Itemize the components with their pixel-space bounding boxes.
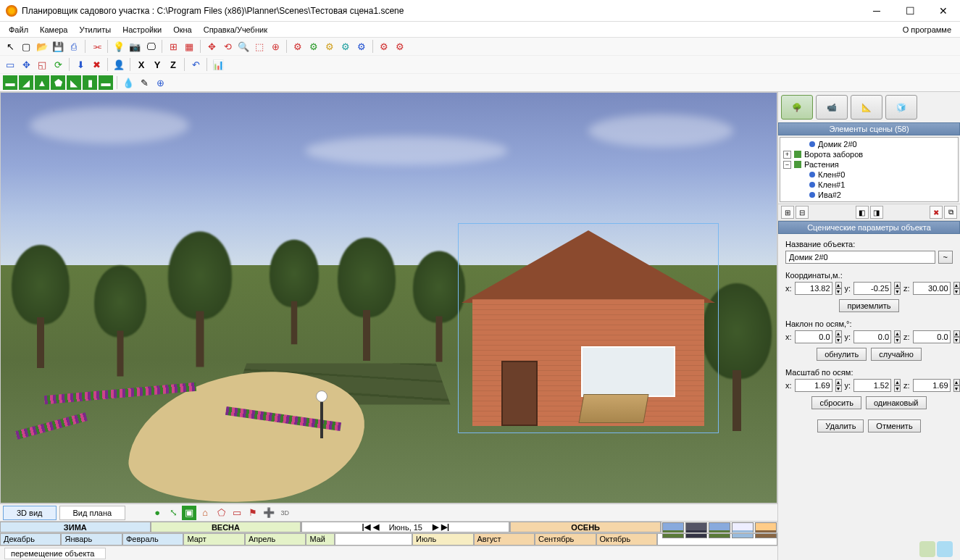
coord-y-input[interactable] [853, 282, 891, 295]
gear-red-icon[interactable]: ⚙ [291, 39, 305, 54]
axis-x-button[interactable]: X [134, 57, 149, 72]
spin-buttons[interactable]: ▲▼ [835, 330, 842, 343]
tilt-y-input[interactable] [853, 330, 891, 343]
coord-x-input[interactable] [795, 282, 832, 295]
vt-flag-icon[interactable]: ⚑ [246, 506, 260, 520]
month-aug[interactable]: Июль [412, 533, 473, 546]
tab-plan-view[interactable]: Вид плана [59, 506, 126, 520]
minimize-button[interactable]: ─ [860, 0, 893, 22]
zoom-icon[interactable]: 🔍 [236, 39, 251, 54]
gear-plus-icon[interactable]: ⚙ [377, 39, 391, 54]
month-nov[interactable]: Октябрь [596, 533, 657, 546]
tree-toggle2-icon[interactable]: ◨ [870, 206, 883, 219]
vt-rect-icon[interactable]: ▭ [230, 506, 244, 520]
rotate-icon[interactable]: ⟲ [220, 39, 235, 54]
open-file-icon[interactable]: 📂 [35, 39, 49, 54]
month-mar[interactable]: Март [183, 533, 244, 546]
new-file-icon[interactable]: ▢ [19, 39, 33, 54]
gear-blue-icon[interactable]: ⚙ [354, 39, 369, 54]
menu-file[interactable]: Файл [3, 24, 34, 35]
vt-plus-icon[interactable]: ➕ [262, 506, 276, 520]
month-prev-icon[interactable]: ◀ [373, 522, 379, 532]
month-jan[interactable]: Январь [61, 533, 122, 546]
spin-buttons[interactable]: ▲▼ [894, 330, 901, 343]
snap-icon[interactable]: ⬇ [73, 57, 88, 72]
grid2-icon[interactable]: ▦ [182, 39, 196, 54]
monitor-icon[interactable]: 🖵 [143, 39, 158, 54]
rect-select-icon[interactable]: ▭ [3, 57, 17, 72]
season-spring[interactable]: ВЕСНА [151, 522, 301, 532]
lightbulb-icon[interactable]: 💡 [112, 39, 126, 54]
undo-icon[interactable]: ↶ [188, 57, 203, 72]
viewport-3d[interactable] [0, 92, 777, 503]
tree-collapse-icon[interactable]: − [783, 161, 791, 169]
menu-windows[interactable]: Окна [167, 24, 198, 35]
reset-tilt-button[interactable]: обнулить [817, 348, 867, 361]
object-name-input[interactable] [785, 251, 935, 264]
gear-teal-icon[interactable]: ⚙ [338, 39, 353, 54]
rotate-tool-icon[interactable]: ⟳ [51, 57, 65, 72]
ground-button[interactable]: приземлить [839, 299, 898, 312]
menu-settings[interactable]: Настройки [117, 24, 167, 35]
cancel-button[interactable]: Отменить [868, 419, 920, 432]
axis-y-button[interactable]: Y [150, 57, 164, 72]
maximize-button[interactable]: ☐ [893, 0, 927, 22]
tree-copy-icon[interactable]: ⧉ [944, 206, 957, 219]
spin-buttons[interactable]: ▲▼ [894, 379, 901, 392]
spin-buttons[interactable]: ▲▼ [835, 282, 842, 295]
random-tilt-button[interactable]: случайно [871, 348, 922, 361]
cursor-tool-icon[interactable]: ↖ [3, 39, 17, 54]
scale-z-input[interactable] [913, 379, 951, 392]
tree-expand-all-icon[interactable]: ⊞ [781, 206, 794, 219]
menu-about[interactable]: О программе [897, 24, 957, 35]
target-icon[interactable]: ⊕ [268, 39, 283, 54]
select-box-icon[interactable]: ⬚ [252, 39, 267, 54]
tree-collapse-all-icon[interactable]: ⊟ [796, 206, 809, 219]
name-dropdown-button[interactable]: ~ [938, 251, 953, 264]
vt-sphere-icon[interactable]: ● [150, 506, 164, 520]
reset-scale-button[interactable]: сбросить [811, 396, 861, 409]
close-button[interactable]: ✕ [927, 0, 960, 22]
panel-tab-scene-icon[interactable]: 🌳 [781, 95, 813, 120]
scale-x-input[interactable] [795, 379, 832, 392]
month-oct[interactable]: Сентябрь [535, 533, 596, 546]
terrain-tool7-icon[interactable]: ▬ [99, 75, 113, 90]
coord-z-input[interactable] [913, 282, 951, 295]
axis-z-button[interactable]: Z [166, 57, 180, 72]
spin-buttons[interactable]: ▲▼ [835, 379, 842, 392]
tab-3d-view[interactable]: 3D вид [3, 506, 57, 520]
gear-yellow-icon[interactable]: ⚙ [322, 39, 337, 54]
move-tool-icon[interactable]: ✥ [19, 57, 33, 72]
eyedropper-icon[interactable]: ✎ [137, 75, 151, 90]
panel-tab-measure-icon[interactable]: 📐 [851, 95, 882, 120]
panel-tab-materials-icon[interactable]: 🧊 [885, 95, 917, 120]
gear-minus-icon[interactable]: ⚙ [393, 39, 407, 54]
wizard-icon[interactable]: 👤 [112, 57, 126, 72]
season-autumn[interactable]: ОСЕНЬ [510, 522, 661, 532]
spin-buttons[interactable]: ▲▼ [953, 330, 960, 343]
tree-expand-icon[interactable]: + [783, 151, 791, 159]
tilt-x-input[interactable] [795, 330, 832, 343]
month-may[interactable]: Май [306, 533, 335, 546]
spin-buttons[interactable]: ▲▼ [953, 379, 960, 392]
save-multi-icon[interactable]: ⎙ [67, 39, 81, 54]
month-apr[interactable]: Апрель [245, 533, 306, 546]
delete-object-button[interactable]: Удалить [817, 419, 864, 432]
vt-poly-icon[interactable]: ⬠ [214, 506, 228, 520]
terrain-tool6-icon[interactable]: ▮ [83, 75, 97, 90]
month-next-fast-icon[interactable]: ▶| [441, 522, 449, 532]
season-winter[interactable]: ЗИМА [0, 522, 151, 532]
tree-toggle1-icon[interactable]: ◧ [856, 206, 869, 219]
month-sep[interactable]: Август [474, 533, 535, 546]
terrain-tool5-icon[interactable]: ◣ [67, 75, 81, 90]
terrain-tool3-icon[interactable]: ▲ [35, 75, 49, 90]
vt-3d-icon[interactable]: 3D [277, 506, 292, 520]
spin-buttons[interactable]: ▲▼ [894, 282, 901, 295]
delete-x-icon[interactable]: ✖ [89, 57, 104, 72]
tree-delete-icon[interactable]: ✖ [930, 206, 943, 219]
vt-home-icon[interactable]: ⌂ [198, 506, 212, 520]
spin-buttons[interactable]: ▲▼ [953, 282, 960, 295]
scene-tree[interactable]: Домик 2#0 +Ворота заборов −Растения Клен… [780, 137, 959, 202]
chainlink-icon[interactable]: ⫘ [89, 39, 104, 54]
uniform-scale-button[interactable]: одинаковый [866, 396, 927, 409]
